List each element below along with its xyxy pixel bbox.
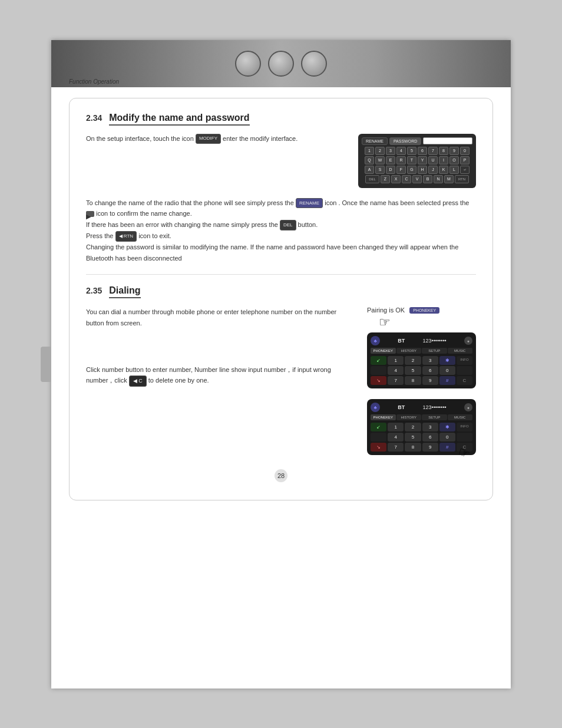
phone-key-5-1[interactable]: 5 <box>405 366 421 375</box>
phone-key-3-2[interactable]: 3 <box>422 423 438 431</box>
phone-key-3-1[interactable]: 3 <box>422 356 438 365</box>
kb-key-h[interactable]: H <box>418 166 427 174</box>
kb-key-r[interactable]: R <box>396 156 406 164</box>
kb-key-o[interactable]: O <box>449 156 459 164</box>
phone-tab-music-1[interactable]: MUSIC <box>448 348 473 354</box>
kb-key-k[interactable]: K <box>439 166 448 174</box>
kb-key-0[interactable]: 0 <box>460 147 470 155</box>
pairing-ok-text: Pairing is OK <box>367 307 405 314</box>
phone-key-call-2[interactable]: ↙ <box>371 423 386 431</box>
keyboard-mockup: RENAME PASSWORD 1 2 3 4 5 6 7 <box>358 134 476 188</box>
phone-key-1-2[interactable]: 1 <box>388 423 404 431</box>
kb-key-l[interactable]: L <box>449 166 459 174</box>
del-inline-btn[interactable]: DEL <box>280 220 296 230</box>
phone-key-2-2[interactable]: 2 <box>405 423 421 431</box>
phone-key-end-2[interactable]: ↘ <box>371 443 386 452</box>
rename-inline-btn[interactable]: RENAME <box>296 198 323 209</box>
kb-key-2[interactable]: 2 <box>375 147 385 155</box>
kb-key-m[interactable]: M <box>444 175 454 183</box>
phone-tab-history-1[interactable]: HISTORY <box>396 348 422 354</box>
kb-key-z[interactable]: Z <box>381 175 390 183</box>
kb-key-6[interactable]: 6 <box>418 147 427 155</box>
phone-key-1-1[interactable]: 1 <box>388 356 404 365</box>
kb-key-y[interactable]: Y <box>418 156 427 164</box>
kb-key-d[interactable]: D <box>386 166 395 174</box>
kb-key-9[interactable]: 9 <box>449 147 459 155</box>
phone-key-0-1[interactable]: 0 <box>439 366 455 375</box>
phone-tab-music-2[interactable]: MUSIC <box>448 414 473 420</box>
kb-key-b[interactable]: B <box>423 175 432 183</box>
phone-tab-history-2[interactable]: HISTORY <box>396 414 422 420</box>
modify-btn[interactable]: MODIFY <box>196 134 221 144</box>
phone-key-5-2[interactable]: 5 <box>405 433 421 442</box>
kb-key-enter[interactable]: ↵ <box>460 166 470 174</box>
kb-key-t[interactable]: T <box>407 156 416 164</box>
kb-key-x[interactable]: X <box>391 175 401 183</box>
phone-key-6-2[interactable]: 6 <box>422 433 438 442</box>
kb-key-rtn[interactable]: RTN <box>455 175 469 183</box>
phone-key-2-1[interactable]: 2 <box>405 356 421 365</box>
phone-key-0-2[interactable]: 0 <box>439 433 455 442</box>
kb-key-g[interactable]: G <box>407 166 416 174</box>
phone-key-c-1[interactable]: C <box>457 376 472 385</box>
kb-key-j[interactable]: J <box>428 166 438 174</box>
delete-btn[interactable]: ◀ C <box>129 375 147 387</box>
phone-key-star-1[interactable]: ✱ <box>439 356 455 365</box>
kb-key-del[interactable]: DEL <box>365 175 379 183</box>
phone-tab-setup-1[interactable]: SETUP <box>422 348 447 354</box>
kb-input-area[interactable] <box>423 137 472 144</box>
phone-key-6-1[interactable]: 6 <box>422 366 438 375</box>
phone-key-4-1[interactable]: 4 <box>388 366 404 375</box>
note-1: To change the name of the radio that the… <box>86 197 476 220</box>
kb-key-1[interactable]: 1 <box>365 147 374 155</box>
phone-key-hash-1[interactable]: # <box>439 376 455 385</box>
kb-key-u[interactable]: U <box>428 156 438 164</box>
bt-icon-2: ♣ <box>371 403 380 412</box>
rtn-inline-btn[interactable]: ◀ RTN <box>115 231 137 242</box>
kb-key-3[interactable]: 3 <box>386 147 395 155</box>
kb-key-p[interactable]: P <box>460 156 470 164</box>
kb-key-w[interactable]: W <box>375 156 385 164</box>
kb-key-e[interactable]: E <box>386 156 395 164</box>
kb-key-f[interactable]: F <box>396 166 406 174</box>
phone-key-star-2[interactable]: ✱ <box>439 423 455 431</box>
kb-key-5[interactable]: 5 <box>407 147 416 155</box>
phone-key-7-1[interactable]: 7 <box>388 376 404 385</box>
kb-key-a[interactable]: A <box>365 166 374 174</box>
intro-text-1: On the setup interface, touch the icon <box>86 135 194 142</box>
kb-key-c[interactable]: C <box>402 175 411 183</box>
phone-tab-phonekey-1[interactable]: PHONEKEY <box>371 348 396 354</box>
page-content: 2.34 Modify the name and password On the… <box>51 87 511 519</box>
phone-tab-phonekey-2[interactable]: PHONEKEY <box>371 414 396 420</box>
phone-key-8-1[interactable]: 8 <box>405 376 421 385</box>
phone-key-9-1[interactable]: 9 <box>422 376 438 385</box>
kb-key-4[interactable]: 4 <box>396 147 406 155</box>
kb-row-3: A S D F G H J K L ↵ <box>362 166 472 174</box>
phonekey-btn[interactable]: PHONEKEY <box>409 307 439 314</box>
kb-key-v[interactable]: V <box>412 175 422 183</box>
phone-key-end-1[interactable]: ↘ <box>371 376 386 385</box>
kb-tab-rename[interactable]: RENAME <box>362 137 388 145</box>
phone-tabs-2: PHONEKEY HISTORY SETUP MUSIC <box>371 414 472 420</box>
phone-key-call-1[interactable]: ↙ <box>371 356 386 365</box>
section-235-header: 2.35 Dialing <box>86 285 476 298</box>
phone-tab-setup-2[interactable]: SETUP <box>422 414 447 420</box>
phone-key-7-2[interactable]: 7 <box>388 443 404 452</box>
kb-key-i[interactable]: I <box>439 156 448 164</box>
kb-tab-password[interactable]: PASSWORD <box>389 137 421 145</box>
kb-key-8[interactable]: 8 <box>439 147 448 155</box>
phone-key-info-1[interactable]: INFO <box>457 356 472 365</box>
phone-key-8-2[interactable]: 8 <box>405 443 421 452</box>
phone-key-9-2[interactable]: 9 <box>422 443 438 452</box>
phone-signal-2: ● <box>464 403 472 411</box>
phone-header-2: ♣ BT 123•••••••• ● <box>371 403 472 412</box>
kb-key-q[interactable]: Q <box>365 156 374 164</box>
kb-key-n[interactable]: N <box>434 175 443 183</box>
phone-name-2: BT <box>398 404 405 410</box>
phone-row-3-1: ↘ 7 8 9 # C <box>371 376 472 385</box>
kb-key-7[interactable]: 7 <box>428 147 438 155</box>
kb-key-s[interactable]: S <box>375 166 385 174</box>
phone-key-4-2[interactable]: 4 <box>388 433 404 442</box>
phone-key-info-2[interactable]: INFO <box>457 423 472 431</box>
phone-key-hash-2[interactable]: # <box>439 443 455 452</box>
